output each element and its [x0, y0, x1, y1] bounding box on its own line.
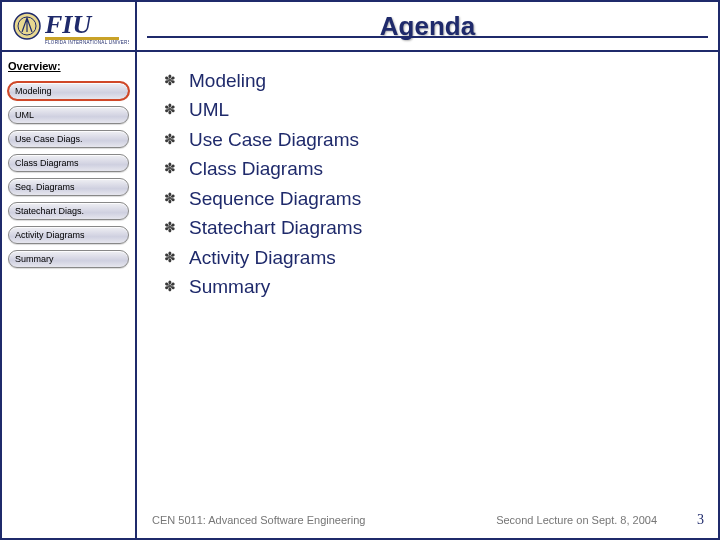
- list-item: ✽UML: [163, 95, 708, 124]
- sidebar-item-summary[interactable]: Summary: [8, 250, 129, 268]
- agenda-text: Activity Diagrams: [189, 243, 336, 272]
- sidebar: Overview: Modeling UML Use Case Diags. C…: [2, 52, 137, 538]
- bullet-icon: ✽: [163, 70, 177, 92]
- content-area: ✽Modeling ✽UML ✽Use Case Diagrams ✽Class…: [137, 52, 718, 538]
- list-item: ✽Class Diagrams: [163, 154, 708, 183]
- svg-text:FLORIDA INTERNATIONAL UNIVERSI: FLORIDA INTERNATIONAL UNIVERSITY: [45, 40, 129, 45]
- footer-course: CEN 5011: Advanced Software Engineering: [152, 514, 496, 526]
- sidebar-item-use-case[interactable]: Use Case Diags.: [8, 130, 129, 148]
- sidebar-item-label: Modeling: [15, 86, 52, 96]
- sidebar-item-label: Activity Diagrams: [15, 230, 85, 240]
- agenda-text: Use Case Diagrams: [189, 125, 359, 154]
- title-underline: [147, 36, 708, 38]
- agenda-text: UML: [189, 95, 229, 124]
- bullet-icon: ✽: [163, 99, 177, 121]
- agenda-text: Statechart Diagrams: [189, 213, 362, 242]
- logo-cell: FIU FLORIDA INTERNATIONAL UNIVERSITY: [2, 2, 137, 50]
- sidebar-item-label: Summary: [15, 254, 54, 264]
- sidebar-item-modeling[interactable]: Modeling: [8, 82, 129, 100]
- title-cell: Agenda: [137, 11, 718, 42]
- sidebar-item-label: Class Diagrams: [15, 158, 79, 168]
- footer-page-number: 3: [697, 512, 704, 528]
- sidebar-heading: Overview:: [8, 60, 129, 72]
- bullet-icon: ✽: [163, 247, 177, 269]
- agenda-text: Modeling: [189, 66, 266, 95]
- list-item: ✽Sequence Diagrams: [163, 184, 708, 213]
- footer: CEN 5011: Advanced Software Engineering …: [2, 512, 718, 528]
- sidebar-item-label: Seq. Diagrams: [15, 182, 75, 192]
- sidebar-item-label: Use Case Diags.: [15, 134, 83, 144]
- slide: FIU FLORIDA INTERNATIONAL UNIVERSITY Age…: [0, 0, 720, 540]
- sidebar-item-label: UML: [15, 110, 34, 120]
- sidebar-item-statechart[interactable]: Statechart Diags.: [8, 202, 129, 220]
- bullet-icon: ✽: [163, 129, 177, 151]
- bullet-icon: ✽: [163, 217, 177, 239]
- agenda-text: Summary: [189, 272, 270, 301]
- list-item: ✽Summary: [163, 272, 708, 301]
- list-item: ✽Modeling: [163, 66, 708, 95]
- agenda-list: ✽Modeling ✽UML ✽Use Case Diagrams ✽Class…: [163, 66, 708, 302]
- sidebar-item-class-diagrams[interactable]: Class Diagrams: [8, 154, 129, 172]
- slide-body: Overview: Modeling UML Use Case Diags. C…: [2, 52, 718, 538]
- bullet-icon: ✽: [163, 158, 177, 180]
- svg-text:FIU: FIU: [44, 10, 92, 39]
- footer-lecture: Second Lecture on Sept. 8, 2004: [496, 514, 657, 526]
- bullet-icon: ✽: [163, 276, 177, 298]
- agenda-text: Class Diagrams: [189, 154, 323, 183]
- fiu-logo: FIU FLORIDA INTERNATIONAL UNIVERSITY: [9, 6, 129, 46]
- title-bar: FIU FLORIDA INTERNATIONAL UNIVERSITY Age…: [2, 2, 718, 52]
- sidebar-item-uml[interactable]: UML: [8, 106, 129, 124]
- sidebar-item-seq-diagrams[interactable]: Seq. Diagrams: [8, 178, 129, 196]
- list-item: ✽Use Case Diagrams: [163, 125, 708, 154]
- list-item: ✽Statechart Diagrams: [163, 213, 708, 242]
- sidebar-item-activity[interactable]: Activity Diagrams: [8, 226, 129, 244]
- list-item: ✽Activity Diagrams: [163, 243, 708, 272]
- agenda-text: Sequence Diagrams: [189, 184, 361, 213]
- bullet-icon: ✽: [163, 188, 177, 210]
- sidebar-item-label: Statechart Diags.: [15, 206, 84, 216]
